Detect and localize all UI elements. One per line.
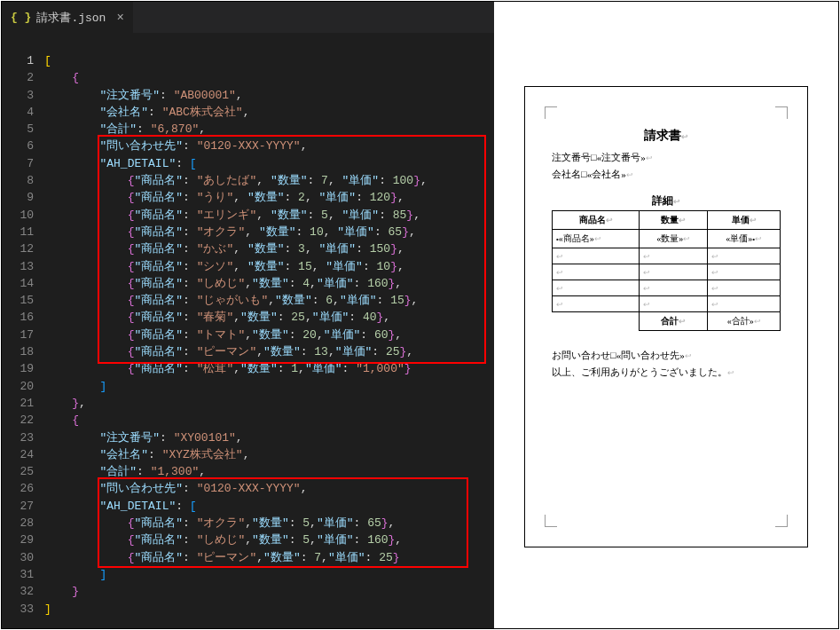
doc-company-line: 会社名□«会社名»↩ — [552, 168, 781, 181]
doc-title: 請求書↩ — [552, 128, 781, 144]
file-tab[interactable]: { } 請求書.json × — [2, 2, 133, 33]
preview-pane: 請求書↩ 注文番号□«注文番号»↩ 会社名□«会社名»↩ 詳細↩ 商品名↩数量↩… — [494, 2, 838, 628]
crop-mark — [545, 106, 557, 119]
crop-mark — [775, 515, 788, 527]
json-icon: { } — [11, 11, 31, 24]
crop-mark — [545, 515, 557, 527]
tab-filename: 請求書.json — [36, 10, 106, 26]
line-gutter: 1 23 45 67 89 1011 1213 1415 1617 1819 2… — [2, 33, 44, 628]
app-root: { } 請求書.json × 1 23 45 67 89 1011 1213 1… — [1, 1, 839, 629]
doc-table: 商品名↩数量↩単価↩ •«商品名»↩«数量»↩«単価»•↩ ↩↩↩ ↩↩↩ ↩↩… — [552, 210, 781, 331]
document-preview: 請求書↩ 注文番号□«注文番号»↩ 会社名□«会社名»↩ 詳細↩ 商品名↩数量↩… — [524, 86, 808, 547]
doc-order-line: 注文番号□«注文番号»↩ — [552, 151, 781, 164]
doc-footer-line: 以上、ご利用ありがとうございました。↩ — [552, 364, 781, 381]
code-editor[interactable]: 1 23 45 67 89 1011 1213 1415 1617 1819 2… — [2, 33, 494, 628]
close-icon[interactable]: × — [116, 11, 123, 25]
doc-contact-line: お問い合わせ□«問い合わせ先»↩ — [552, 347, 781, 364]
highlight-box-1 — [98, 135, 486, 364]
doc-detail-heading: 詳細↩ — [552, 193, 781, 209]
highlight-box-2 — [98, 477, 468, 568]
editor-pane: { } 請求書.json × 1 23 45 67 89 1011 1213 1… — [2, 2, 494, 628]
crop-mark — [775, 106, 788, 119]
tab-bar: { } 請求書.json × — [2, 2, 494, 33]
code-content[interactable]: [ { "注文番号": "AB00001", "会社名": "ABC株式会社",… — [44, 33, 494, 628]
